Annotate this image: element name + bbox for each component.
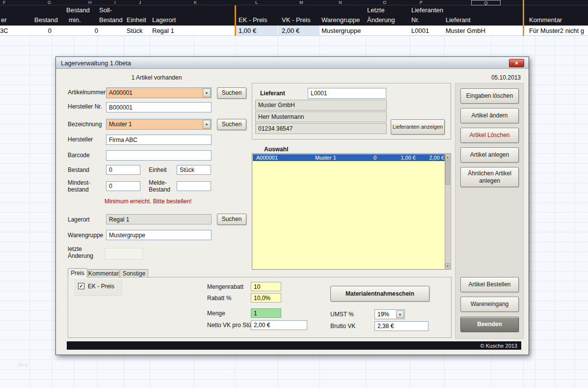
materialentnahmeschein-button[interactable]: Materialentnahmeschein: [330, 286, 429, 302]
dialog-titlebar[interactable]: Lagerverwaltung 1.0beta ✕: [56, 57, 529, 69]
header-cell[interactable]: Nr.: [411, 16, 420, 24]
header-cell[interactable]: Änderung: [367, 16, 395, 24]
header-cell[interactable]: VK - Preis: [282, 16, 311, 24]
ek-preis-checkbox[interactable]: ✓: [78, 283, 84, 289]
column-letter[interactable]: G: [48, 0, 51, 5]
artikel-loeschen-button[interactable]: Artikel Löschen: [460, 128, 519, 143]
data-cell[interactable]: Mustergruppe: [321, 27, 361, 34]
bestand-label: Bestand: [68, 167, 89, 174]
artikel-aendern-button[interactable]: Artikel ändern: [460, 108, 519, 123]
suchen-lagerort-button[interactable]: Suchen: [217, 214, 246, 225]
eingaben-loeschen-button[interactable]: Eingaben löschen: [460, 88, 519, 104]
data-cell[interactable]: 3C: [0, 27, 8, 34]
column-letter[interactable]: F: [3, 0, 6, 5]
lieferant-name-field[interactable]: Muster GmbH: [255, 100, 387, 111]
umst-dropdown[interactable]: 19% ▼: [374, 309, 405, 319]
ek-preis-checkbox-label: EK - Preis: [88, 283, 114, 290]
header-cell[interactable]: Soll-: [99, 6, 112, 14]
column-letter[interactable]: O: [383, 0, 386, 5]
mengenrabatt-field[interactable]: 10: [251, 282, 281, 291]
header-cell[interactable]: Lagerort: [152, 16, 176, 24]
header-cell[interactable]: Letzte: [367, 6, 384, 14]
data-cell[interactable]: 0: [29, 27, 52, 34]
brutto-vk-field[interactable]: 2,38 €: [374, 321, 428, 331]
artikel-anlegen-button[interactable]: Artikel anlegen: [460, 147, 519, 163]
letzte-aenderung-field[interactable]: [105, 248, 143, 260]
barcode-field[interactable]: [106, 150, 212, 161]
data-cell[interactable]: 0: [76, 27, 98, 34]
artikelnummer-combobox[interactable]: A000001 ▼: [106, 87, 212, 98]
scrollbar-thumb[interactable]: [445, 160, 450, 185]
lieferant-contact-field[interactable]: Herr Mustermann: [255, 111, 387, 122]
column-letter-selected[interactable]: Q: [471, 0, 501, 5]
header-cell[interactable]: min.: [69, 16, 81, 24]
bezeichnung-combobox[interactable]: Muster 1 ▼: [106, 119, 212, 130]
lieferant-label: Lieferant: [260, 90, 285, 97]
auswahl-listbox[interactable]: A000001 Muster 1 0 1,00 € 2,00 € ▲ ▼: [252, 153, 451, 270]
mindestbestand-field[interactable]: 0: [106, 181, 140, 191]
column-letter[interactable]: N: [339, 0, 342, 5]
data-cell[interactable]: Stück: [127, 27, 143, 34]
scroll-up-icon[interactable]: ▲: [445, 154, 450, 160]
excel-data-row: 3C 0 0 Stück Regal 1 1,00 € 2,00 € Muste…: [0, 26, 588, 36]
tab-preis[interactable]: Preis: [68, 268, 87, 277]
brutto-vk-label: Brutto VK: [330, 323, 355, 330]
tab-kommentar[interactable]: Kommentar: [88, 269, 119, 277]
netto-vk-field[interactable]: 2,00 €: [251, 320, 307, 330]
menge-field[interactable]: 1: [251, 308, 281, 318]
scroll-down-icon[interactable]: ▼: [445, 263, 450, 269]
listbox-scrollbar[interactable]: ▲ ▼: [445, 154, 450, 269]
orange-divider: [523, 0, 524, 36]
chevron-down-icon[interactable]: ▼: [203, 88, 211, 97]
column-letter[interactable]: H: [88, 0, 92, 5]
hersteller-nr-field[interactable]: B000001: [106, 102, 212, 112]
column-letter[interactable]: K: [194, 0, 197, 5]
einheit-field[interactable]: Stück: [177, 165, 211, 175]
meldebestand-field[interactable]: [177, 181, 211, 191]
data-cell[interactable]: Muster GmbH: [446, 27, 485, 34]
lagerort-field[interactable]: Regal 1: [106, 214, 212, 224]
header-cell[interactable]: Bestand: [66, 6, 90, 14]
header-cell[interactable]: Lieferant: [446, 16, 471, 24]
lieferant-phone-field[interactable]: 01234 36547: [255, 123, 387, 134]
chevron-down-icon[interactable]: ▼: [203, 120, 211, 129]
header-cell[interactable]: Warengruppe: [321, 16, 360, 24]
header-cell[interactable]: Lieferanten: [411, 6, 443, 14]
beenden-button[interactable]: Beenden: [460, 317, 519, 332]
tab-sonstige[interactable]: Sonstige: [120, 269, 148, 277]
header-cell[interactable]: Bestand: [99, 16, 123, 24]
data-cell[interactable]: L0001: [411, 27, 429, 34]
column-letter[interactable]: P: [420, 0, 423, 5]
menge-label: Menge: [207, 310, 225, 317]
data-cell[interactable]: Für Muster2 nicht g: [529, 27, 584, 34]
close-icon[interactable]: ✕: [509, 59, 524, 67]
suchen-bezeichnung-button[interactable]: Suchen: [217, 119, 246, 130]
data-cell[interactable]: Regal 1: [152, 27, 174, 34]
header-cell[interactable]: Einheit: [127, 16, 146, 24]
listbox-selected-row[interactable]: A000001 Muster 1 0 1,00 € 2,00 €: [253, 154, 445, 161]
data-cell[interactable]: 2,00 €: [282, 27, 299, 34]
bestand-field[interactable]: 0: [106, 165, 140, 175]
warengruppe-field[interactable]: Mustergruppe: [106, 230, 212, 240]
wareneingang-button[interactable]: Wareneingang: [460, 297, 519, 312]
lieferanten-anzeigen-button[interactable]: Lieferanten anzeigen: [391, 119, 445, 135]
header-cell[interactable]: EK - Preis: [239, 16, 267, 24]
hersteller-field[interactable]: Firma ABC: [106, 135, 212, 145]
column-letter[interactable]: L: [255, 0, 258, 5]
aehnlichen-artikel-anlegen-button[interactable]: Ähnlichen Artikel anlegen: [460, 167, 519, 187]
excel-header-row: Bestand Soll- Letzte Lieferanten er Best…: [0, 5, 588, 26]
suchen-artikelnummer-button[interactable]: Suchen: [217, 87, 246, 99]
hersteller-label: Hersteller: [68, 137, 93, 143]
chevron-down-icon[interactable]: ▼: [396, 310, 404, 318]
column-letter[interactable]: J: [139, 0, 141, 5]
header-cell[interactable]: Kommentar: [529, 16, 562, 24]
column-letter[interactable]: M: [299, 0, 303, 5]
lieferant-nr-field[interactable]: L0001: [308, 88, 386, 99]
lieferant-panel: Lieferant L0001 Muster GmbH Herr Musterm…: [252, 83, 451, 139]
artikel-bestellen-button[interactable]: Artikel Bestellen: [460, 277, 519, 292]
rabatt-field[interactable]: 10,0%: [251, 293, 281, 303]
header-cell[interactable]: Bestand: [34, 16, 58, 24]
header-cell[interactable]: er: [1, 16, 7, 24]
data-cell[interactable]: 1,00 €: [239, 27, 256, 34]
column-letter[interactable]: I: [114, 0, 116, 5]
